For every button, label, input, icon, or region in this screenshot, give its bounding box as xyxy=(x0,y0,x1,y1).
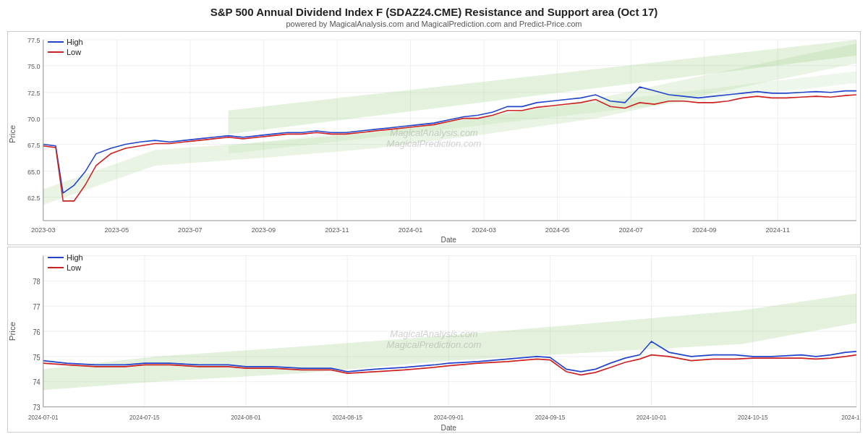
svg-text:Date: Date xyxy=(441,422,456,432)
top-chart-panel: High Low MagicalAnalysis.com MagicalPred… xyxy=(7,31,861,245)
svg-text:77.5: 77.5 xyxy=(27,36,41,44)
chart-header: S&P 500 Annual Dividend Index F (SDAZ24.… xyxy=(0,0,868,30)
svg-text:2024-08-15: 2024-08-15 xyxy=(332,413,362,421)
main-container: S&P 500 Annual Dividend Index F (SDAZ24.… xyxy=(0,0,868,434)
legend2-low: Low xyxy=(48,263,83,272)
svg-text:2024-11: 2024-11 xyxy=(766,226,790,234)
svg-text:2024-10-15: 2024-10-15 xyxy=(738,413,768,421)
svg-text:65.0: 65.0 xyxy=(27,168,41,176)
chart-title: S&P 500 Annual Dividend Index F (SDAZ24.… xyxy=(0,6,868,18)
svg-text:78: 78 xyxy=(33,277,41,286)
legend-low-line xyxy=(48,51,64,53)
charts-area: High Low MagicalAnalysis.com MagicalPred… xyxy=(0,30,868,434)
svg-text:2024-11-01: 2024-11-01 xyxy=(841,413,860,421)
svg-text:73: 73 xyxy=(33,403,41,412)
svg-text:77: 77 xyxy=(33,302,41,311)
svg-text:2023-09: 2023-09 xyxy=(252,226,276,234)
svg-text:2024-01: 2024-01 xyxy=(399,226,422,234)
bottom-price-band xyxy=(43,293,856,389)
bottom-chart-svg: 73 74 75 76 77 78 2024-07-01 2024-07-15 … xyxy=(8,247,860,432)
legend-low: Low xyxy=(48,48,83,56)
legend2-low-label: Low xyxy=(67,263,81,272)
top-legend: High Low xyxy=(48,38,83,56)
svg-text:70.0: 70.0 xyxy=(27,115,41,123)
svg-text:74: 74 xyxy=(33,378,41,386)
low-line xyxy=(43,95,856,201)
svg-text:75: 75 xyxy=(33,353,41,362)
svg-text:2023-05: 2023-05 xyxy=(105,226,129,234)
svg-text:2024-08-01: 2024-08-01 xyxy=(231,413,261,421)
chart-subtitle: powered by MagicalAnalysis.com and Magic… xyxy=(0,20,868,28)
svg-text:Date: Date xyxy=(441,235,457,244)
legend-low-label: Low xyxy=(67,48,81,56)
legend2-low-line xyxy=(48,267,64,268)
svg-text:76: 76 xyxy=(33,328,41,336)
svg-text:Price: Price xyxy=(9,322,17,341)
bottom-legend: High Low xyxy=(48,253,83,272)
svg-text:72.5: 72.5 xyxy=(27,89,41,97)
svg-text:2023-11: 2023-11 xyxy=(325,226,349,234)
legend2-high-label: High xyxy=(67,253,83,262)
legend-high: High xyxy=(48,38,83,46)
bottom-chart-panel: High Low MagicalAnalysis.com MagicalPred… xyxy=(7,247,861,433)
svg-text:67.5: 67.5 xyxy=(27,141,41,149)
svg-text:2024-03: 2024-03 xyxy=(472,226,495,234)
svg-text:2024-05: 2024-05 xyxy=(545,226,569,234)
svg-text:2024-09-15: 2024-09-15 xyxy=(535,413,566,421)
svg-text:2024-09: 2024-09 xyxy=(692,226,716,234)
svg-text:2024-07-01: 2024-07-01 xyxy=(28,413,59,421)
legend2-high: High xyxy=(48,253,83,262)
svg-text:2023-03: 2023-03 xyxy=(31,226,55,234)
svg-text:Price: Price xyxy=(9,125,17,143)
svg-text:62.5: 62.5 xyxy=(27,193,41,201)
svg-text:2024-07-15: 2024-07-15 xyxy=(129,413,160,421)
svg-text:2024-09-01: 2024-09-01 xyxy=(434,413,464,421)
svg-text:2023-07: 2023-07 xyxy=(178,226,202,234)
legend-high-line xyxy=(48,41,64,43)
svg-text:75.0: 75.0 xyxy=(27,62,41,70)
legend-high-label: High xyxy=(67,38,83,46)
svg-text:2024-10-01: 2024-10-01 xyxy=(637,413,667,421)
legend2-high-line xyxy=(48,257,64,258)
svg-text:2024-07: 2024-07 xyxy=(618,226,642,234)
top-chart-svg: 62.5 65.0 67.5 70.0 72.5 75.0 77.5 2023-… xyxy=(8,32,860,244)
